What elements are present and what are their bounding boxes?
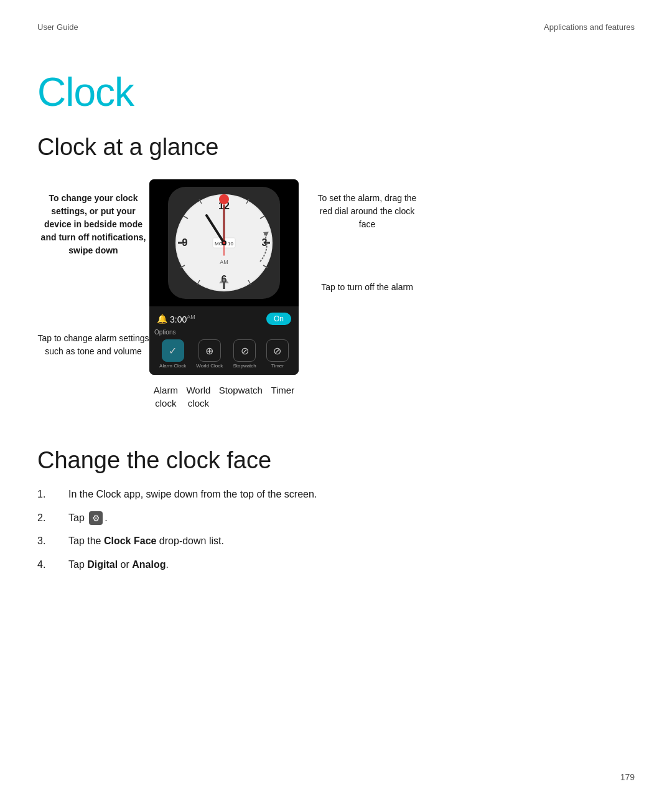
phone-bottom-bar: 🔔 3:00AM On Options ✓ Alarm Clock <box>149 306 299 375</box>
left-annotations: To change your clock settings, or put yo… <box>37 179 149 358</box>
step-3: 3. Tap the Clock Face drop-down list. <box>37 533 635 549</box>
alarm-clock-label: Alarm Clock <box>159 363 186 369</box>
change-section-title: Change the clock face <box>37 447 635 474</box>
alarm-on-button[interactable]: On <box>266 313 291 325</box>
label-stopwatch: Stopwatch <box>219 384 263 410</box>
stopwatch-icon: ⊘ <box>233 339 256 362</box>
step-2-text: Tap ⚙. <box>68 510 108 526</box>
alarm-bell-icon: 🔔 <box>157 314 167 324</box>
svg-text:9: 9 <box>182 237 188 248</box>
label-alarm-clock: Alarmclock <box>154 384 178 410</box>
step-1: 1. In the Clock app, swipe down from the… <box>37 486 635 503</box>
step-4: 4. Tap Digital or Analog. <box>37 557 635 573</box>
svg-point-27 <box>219 194 229 204</box>
header-left: User Guide <box>37 22 78 32</box>
alarm-am: AM <box>187 314 195 320</box>
nav-stopwatch[interactable]: ⊘ Stopwatch <box>233 339 256 369</box>
label-world-clock: Worldclock <box>186 384 210 410</box>
gear-icon: ⚙ <box>89 511 103 525</box>
glance-section: To change your clock settings, or put yo… <box>37 179 635 410</box>
world-clock-icon: ⊕ <box>198 339 221 362</box>
step-1-text: In the Clock app, swipe down from the to… <box>68 486 317 503</box>
step-4-text: Tap Digital or Analog. <box>68 557 169 573</box>
alarm-time: 🔔 3:00AM <box>157 314 195 324</box>
labels-below: Alarmclock Worldclock Stopwatch Timer <box>149 384 299 410</box>
stopwatch-label: Stopwatch <box>233 363 256 369</box>
page-header: User Guide Applications and features <box>0 0 672 32</box>
clock-svg: 12 6 9 3 MON 10 AM <box>168 187 280 299</box>
step-3-num: 3. <box>37 533 68 549</box>
annotation-swipe: To change your clock settings, or put yo… <box>37 192 149 257</box>
header-right: Applications and features <box>544 22 635 32</box>
change-section: Change the clock face 1. In the Clock ap… <box>37 447 635 572</box>
step-1-num: 1. <box>37 486 68 503</box>
steps-list: 1. In the Clock app, swipe down from the… <box>37 486 635 572</box>
phone-screen-body: 12 6 9 3 MON 10 AM <box>149 179 299 375</box>
timer-label: Timer <box>271 363 284 369</box>
page-number: 179 <box>620 772 635 782</box>
main-content: Clock Clock at a glance To change your c… <box>0 32 672 617</box>
nav-icons-row: ✓ Alarm Clock ⊕ World Clock ⊘ Stopwatch <box>154 336 294 370</box>
svg-point-26 <box>223 242 225 244</box>
alarm-time-display: 3:00AM <box>170 314 195 324</box>
step-4-num: 4. <box>37 557 68 573</box>
step-2-num: 2. <box>37 510 68 526</box>
annotation-drag: To set the alarm, drag the red dial arou… <box>311 192 423 231</box>
right-annotations: To set the alarm, drag the red dial arou… <box>299 179 423 294</box>
glance-section-title: Clock at a glance <box>37 134 635 161</box>
alarm-options-label: Options <box>154 329 294 336</box>
svg-text:AM: AM <box>220 259 228 265</box>
step-3-text: Tap the Clock Face drop-down list. <box>68 533 224 549</box>
nav-world-clock[interactable]: ⊕ World Clock <box>196 339 223 369</box>
nav-timer[interactable]: ⊘ Timer <box>266 339 289 369</box>
alarm-row: 🔔 3:00AM On <box>154 313 294 325</box>
annotation-tap-options: Tap to change alarm settings such as ton… <box>37 332 149 358</box>
analog-clock: 12 6 9 3 MON 10 AM <box>168 187 280 299</box>
label-timer: Timer <box>271 384 294 410</box>
annotation-turn-off: Tap to turn off the alarm <box>311 281 423 294</box>
alarm-clock-icon: ✓ <box>162 339 184 362</box>
step-2: 2. Tap ⚙. <box>37 510 635 526</box>
timer-icon: ⊘ <box>266 339 289 362</box>
world-clock-label: World Clock <box>196 363 223 369</box>
clock-face-area: 12 6 9 3 MON 10 AM <box>149 179 299 306</box>
page-title: Clock <box>37 69 635 115</box>
nav-alarm-clock[interactable]: ✓ Alarm Clock <box>159 339 186 369</box>
phone-screenshot: 12 6 9 3 MON 10 AM <box>149 179 299 410</box>
